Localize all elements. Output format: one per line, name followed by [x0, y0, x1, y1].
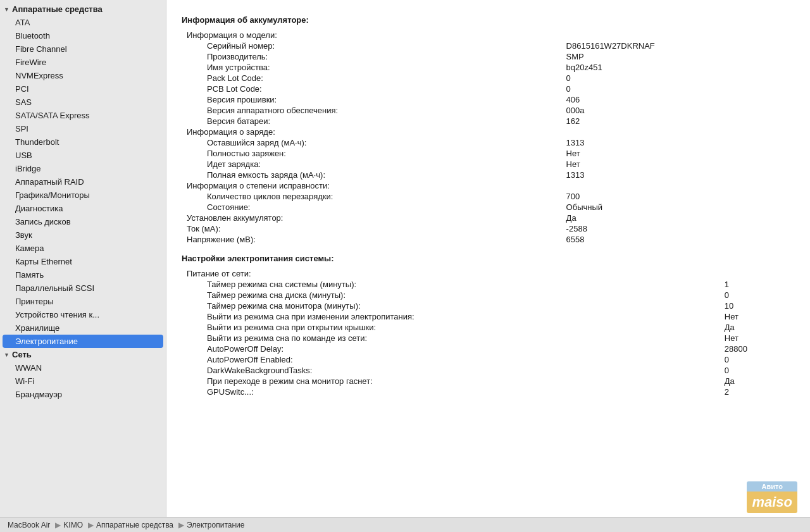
sidebar-item-sata[interactable]: SATA/SATA Express: [0, 109, 166, 122]
sidebar-item-printers[interactable]: Принтеры: [0, 295, 166, 308]
sidebar-item-disk-burning[interactable]: Запись дисков: [0, 215, 166, 228]
field-label: Состояние:: [182, 202, 556, 213]
table-row: Напряжение (мВ):6558: [182, 234, 795, 245]
sidebar-item-pci[interactable]: PCI: [0, 82, 166, 96]
battery-info-title: Информация об аккумуляторе:: [182, 15, 795, 25]
field-value: 10: [714, 300, 795, 311]
power-settings-table: Питание от сети:Таймер режима сна систем…: [182, 268, 795, 397]
field-value: Да: [714, 322, 795, 333]
field-label: Производитель:: [182, 51, 556, 62]
field-value: 1313: [556, 137, 795, 148]
sidebar-item-wwan[interactable]: WWAN: [0, 361, 166, 374]
table-row: Имя устройства:bq20z451: [182, 62, 795, 73]
sidebar-item-graphics[interactable]: Графика/Мониторы: [0, 189, 166, 202]
field-label: Напряжение (мВ):: [182, 234, 556, 245]
sidebar-item-sound[interactable]: Звук: [0, 228, 166, 242]
sidebar-item-power[interactable]: Электропитание: [3, 335, 163, 348]
table-row: Таймер режима сна диска (минуты):0: [182, 290, 795, 300]
sidebar-item-parallel-scsi[interactable]: Параллельный SCSI: [0, 281, 166, 295]
field-label: PCB Lot Code:: [182, 84, 556, 94]
field-value: Нет: [714, 333, 795, 343]
sidebar-item-sas[interactable]: SAS: [0, 96, 166, 109]
sidebar-item-ibridge[interactable]: iBridge: [0, 162, 166, 175]
field-label: DarkWakeBackgroundTasks:: [182, 365, 714, 376]
field-value: 0: [556, 84, 795, 94]
field-value: 1: [714, 279, 795, 290]
sidebar-item-memory[interactable]: Память: [0, 268, 166, 281]
sidebar-group-hardware-label: Аппаратные средства: [12, 4, 103, 14]
network-items: WWANWi-FiБрандмауэр: [0, 361, 166, 401]
breadcrumb-item-3: Электропитание: [187, 521, 244, 529]
bottom-bar: MacBook Air ▶ KIMO ▶ Аппаратные средства…: [0, 517, 810, 532]
field-label: Полная емкость заряда (мА·ч):: [182, 170, 556, 180]
field-value: Нет: [556, 148, 795, 159]
field-label: Версия батареи:: [182, 116, 556, 127]
breadcrumb-item-1: KIMO: [63, 521, 83, 529]
sidebar-item-bluetooth[interactable]: Bluetooth: [0, 29, 166, 42]
content-area: Информация об аккумуляторе: Информация о…: [166, 0, 810, 517]
field-value: 28800: [714, 343, 795, 354]
table-row: Версия аппаратного обеспечения:000a: [182, 105, 795, 116]
table-row: Производитель:SMP: [182, 51, 795, 62]
field-value: SMP: [556, 51, 795, 62]
sidebar-item-card-reader[interactable]: Устройство чтения к...: [0, 308, 166, 321]
field-label: Полностью заряжен:: [182, 148, 556, 159]
sidebar-item-spi[interactable]: SPI: [0, 122, 166, 135]
field-value: 0: [714, 290, 795, 300]
sidebar-item-wifi[interactable]: Wi-Fi: [0, 374, 166, 388]
sidebar-item-storage[interactable]: Хранилище: [0, 321, 166, 335]
sidebar-item-diagnostics[interactable]: Диагностика: [0, 202, 166, 215]
table-row: Выйти из режима сна при изменении электр…: [182, 311, 795, 322]
table-row: Серийный номер:D8615161W27DKRNAF: [182, 40, 795, 51]
table-row: AutoPowerOff Delay:28800: [182, 343, 795, 354]
triangle-network-icon: ▼: [4, 352, 10, 358]
sidebar-item-nvmexpress[interactable]: NVMExpress: [0, 69, 166, 82]
sidebar-item-hardware-raid[interactable]: Аппаратный RAID: [0, 175, 166, 189]
field-label: Серийный номер:: [182, 40, 556, 51]
field-label: При переходе в режим сна монитор гаснет:: [182, 376, 714, 387]
table-row: Полная емкость заряда (мА·ч):1313: [182, 170, 795, 180]
sidebar-item-fibre-channel[interactable]: Fibre Channel: [0, 42, 166, 56]
breadcrumb-separator: ▶: [178, 521, 184, 529]
field-label: Количество циклов перезарядки:: [182, 191, 556, 202]
field-label: Таймер режима сна монитора (минуты):: [182, 300, 714, 311]
field-value: 1313: [556, 170, 795, 180]
table-row: Идет зарядка:Нет: [182, 159, 795, 170]
field-value: 406: [556, 94, 795, 105]
model-info-label: Информация о модели:: [182, 30, 795, 40]
sidebar-item-thunderbolt[interactable]: Thunderbolt: [0, 135, 166, 149]
sidebar-item-camera[interactable]: Камера: [0, 242, 166, 255]
field-value: Да: [556, 213, 795, 223]
sidebar-group-hardware[interactable]: ▼ Аппаратные средства: [0, 3, 166, 16]
main-layout: ▼ Аппаратные средства ATABluetoothFibre …: [0, 0, 810, 517]
field-value: 0: [714, 365, 795, 376]
sidebar: ▼ Аппаратные средства ATABluetoothFibre …: [0, 0, 166, 517]
field-value: Обычный: [556, 202, 795, 213]
power-settings-title: Настройки электропитания системы:: [182, 254, 795, 263]
table-row: GPUSwitc...:2: [182, 387, 795, 397]
table-row: Pack Lot Code:0: [182, 73, 795, 84]
field-value: Нет: [714, 311, 795, 322]
sidebar-item-firewall[interactable]: Брандмауэр: [0, 388, 166, 401]
sidebar-item-ethernet[interactable]: Карты Ethernet: [0, 255, 166, 268]
table-row: Оставшийся заряд (мА·ч):1313: [182, 137, 795, 148]
charge-info-label: Информация о заряде:: [182, 127, 795, 137]
breadcrumb-separator: ▶: [55, 521, 61, 529]
sidebar-group-network-label: Сеть: [12, 350, 32, 359]
triangle-hardware-icon: ▼: [4, 6, 10, 13]
field-label: Версия аппаратного обеспечения:: [182, 105, 556, 116]
sidebar-item-firewire[interactable]: FireWire: [0, 56, 166, 69]
table-row: Версия прошивки:406: [182, 94, 795, 105]
field-label: Выйти из режима сна при изменении электр…: [182, 311, 714, 322]
field-label: Оставшийся заряд (мА·ч):: [182, 137, 556, 148]
field-label: GPUSwitc...:: [182, 387, 714, 397]
sidebar-group-network[interactable]: ▼ Сеть: [0, 348, 166, 361]
field-value: 700: [556, 191, 795, 202]
table-row: DarkWakeBackgroundTasks:0: [182, 365, 795, 376]
breadcrumb-separator: ▶: [88, 521, 94, 529]
sidebar-item-usb[interactable]: USB: [0, 149, 166, 162]
sidebar-item-ata[interactable]: ATA: [0, 16, 166, 29]
field-label: Установлен аккумулятор:: [182, 213, 556, 223]
table-row: Выйти из режима сна при открытии крышки:…: [182, 322, 795, 333]
table-row: Версия батареи:162: [182, 116, 795, 127]
